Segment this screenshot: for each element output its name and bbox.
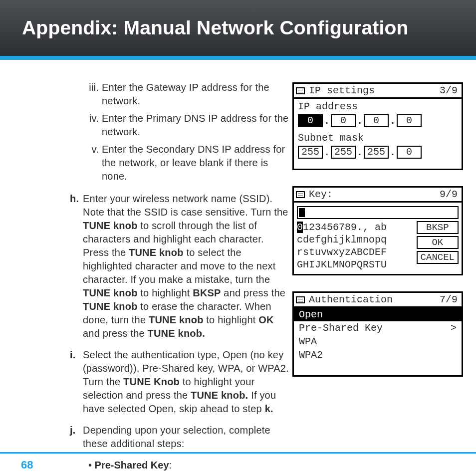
list-icon	[296, 296, 305, 303]
step-body: Enter your wireless network name (SSID).…	[83, 192, 290, 340]
list-icon	[296, 191, 305, 198]
character-grid[interactable]: 0123456789., ab cdefghijklmnopq rstuvwxy…	[297, 221, 414, 271]
screen-title: Authentication	[309, 294, 440, 305]
step-text: Enter the Gateway IP address for the net…	[102, 81, 290, 108]
ok-button[interactable]: OK	[417, 236, 459, 249]
step-h: h. Enter your wireless network name (SSI…	[70, 192, 290, 340]
roman-numeral: v.	[82, 143, 99, 183]
screen-key-entry: Key: 9/9 0123456789., ab cdefghijklmnopq…	[292, 186, 463, 275]
key-input[interactable]	[297, 206, 459, 219]
step-i: i. Select the authentication type, Open …	[70, 348, 290, 416]
step-v: v. Enter the Secondary DNS IP address fo…	[82, 143, 290, 183]
octet[interactable]: 0	[331, 114, 356, 127]
roman-list: iii. Enter the Gateway IP address for th…	[82, 81, 290, 183]
step-letter: j.	[70, 424, 83, 451]
page-footer: 68	[0, 452, 476, 476]
list-icon	[296, 87, 305, 94]
chevron-right-icon: >	[451, 322, 457, 334]
cancel-button[interactable]: CANCEL	[417, 251, 459, 264]
ip-address-field[interactable]: 0. 0. 0. 0	[298, 114, 458, 127]
step-body: Select the authentication type, Open (no…	[83, 348, 290, 416]
octet[interactable]: 255	[331, 146, 356, 159]
page-content: iii. Enter the Gateway IP address for th…	[0, 60, 476, 452]
screen-page-indicator: 9/9	[440, 189, 458, 200]
screen-title: Key:	[309, 189, 440, 200]
step-letter: h.	[70, 192, 83, 340]
step-j: j. Depending upon your selection, comple…	[70, 424, 290, 451]
page-header: Appendix: Manual Network Configuration	[0, 0, 476, 60]
step-iv: iv. Enter the Primary DNS IP address for…	[82, 112, 290, 139]
subnet-mask-field[interactable]: 255. 255. 255. 0	[298, 146, 458, 159]
ip-address-label: IP address	[298, 101, 458, 112]
octet[interactable]: 0	[397, 146, 422, 159]
auth-option-open[interactable]: Open	[294, 308, 462, 321]
key-buttons: BKSP OK CANCEL	[417, 221, 459, 271]
auth-options: Open Pre-Shared Key> WPA WPA2	[294, 308, 462, 375]
char-highlighted[interactable]: 0	[297, 222, 303, 233]
screen-body: 0123456789., ab cdefghijklmnopq rstuvwxy…	[294, 203, 462, 274]
screen-header: IP settings 3/9	[294, 84, 462, 99]
screen-header: Authentication 7/9	[294, 293, 462, 308]
bksp-button[interactable]: BKSP	[417, 221, 459, 234]
octet[interactable]: 0	[364, 114, 389, 127]
step-letter: i.	[70, 348, 83, 416]
step-iii: iii. Enter the Gateway IP address for th…	[82, 81, 290, 108]
octet[interactable]: 0	[298, 114, 323, 127]
auth-option-wpa[interactable]: WPA	[294, 335, 462, 348]
screen-authentication: Authentication 7/9 Open Pre-Shared Key> …	[292, 291, 463, 377]
roman-numeral: iii.	[82, 81, 99, 108]
octet[interactable]: 255	[364, 146, 389, 159]
screen-body: IP address 0. 0. 0. 0 Subnet mask 255. 2…	[294, 99, 462, 169]
character-picker[interactable]: 0123456789., ab cdefghijklmnopq rstuvwxy…	[297, 221, 459, 271]
screen-header: Key: 9/9	[294, 188, 462, 203]
screen-page-indicator: 3/9	[440, 85, 458, 96]
octet[interactable]: 255	[298, 146, 323, 159]
device-screens: IP settings 3/9 IP address 0. 0. 0. 0 Su…	[292, 82, 463, 393]
page-number: 68	[21, 459, 33, 472]
screen-ip-settings: IP settings 3/9 IP address 0. 0. 0. 0 Su…	[292, 82, 463, 170]
instruction-column: iii. Enter the Gateway IP address for th…	[31, 81, 290, 476]
subnet-mask-label: Subnet mask	[298, 132, 458, 144]
step-body: Depending upon your selection, complete …	[83, 424, 290, 451]
octet[interactable]: 0	[397, 114, 422, 127]
cursor-icon	[299, 208, 305, 217]
auth-option-blank	[294, 362, 462, 375]
auth-option-psk[interactable]: Pre-Shared Key>	[294, 321, 462, 335]
step-text: Enter the Primary DNS IP address for the…	[102, 112, 290, 139]
step-text: Enter the Secondary DNS IP address for t…	[102, 143, 290, 183]
auth-option-wpa2[interactable]: WPA2	[294, 348, 462, 362]
screen-page-indicator: 7/9	[440, 294, 458, 305]
screen-title: IP settings	[309, 85, 440, 96]
roman-numeral: iv.	[82, 112, 99, 139]
page-title: Appendix: Manual Network Configuration	[22, 17, 409, 39]
